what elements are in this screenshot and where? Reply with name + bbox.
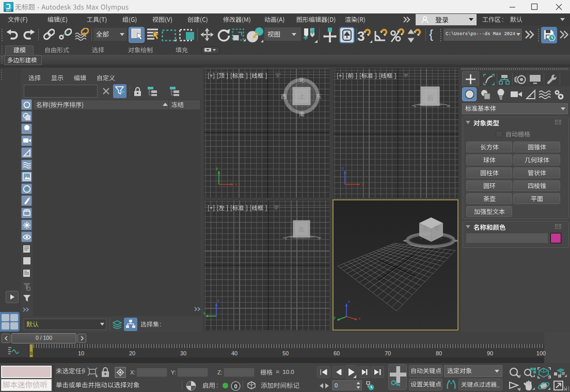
svg-text:0: 0	[234, 383, 237, 389]
svg-text:MAX: MAX	[6, 9, 11, 12]
svg-text:3: 3	[357, 28, 365, 43]
